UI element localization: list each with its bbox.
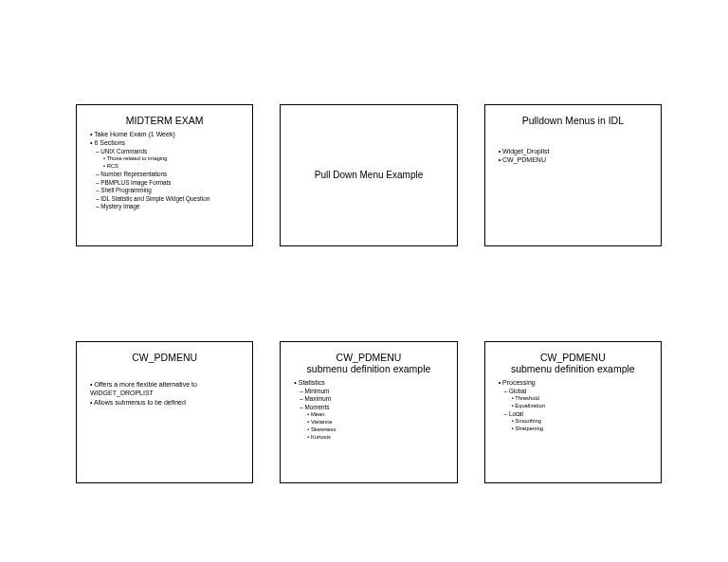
sub-list: Local [495, 410, 651, 419]
bullet: Offers a more flexible alternative to WI… [86, 380, 243, 398]
bullet: Take Home Exam (1 Week) [86, 130, 243, 138]
sub-list: Minimum Maximum Moments [290, 388, 446, 412]
slide-title: CW_PDMENU submenu definition example [495, 352, 651, 374]
slide-pulldown-example: Pull Down Menu Example [280, 104, 457, 246]
bullet-list: Offers a more flexible alternative to WI… [86, 380, 243, 407]
title-line-2: submenu definition example [307, 363, 431, 374]
subsub-bullet: Mean [290, 411, 446, 419]
sub-bullet: Number Representations [86, 171, 243, 179]
bullet: Allows submenus to be defined [86, 398, 243, 407]
subsub-list: Smoothing Sharpening [495, 418, 651, 433]
title-line-2: submenu definition example [511, 363, 635, 374]
slide-title: Pull Down Menu Example [315, 170, 424, 180]
slide-cwpdmenu-submenu-proc: CW_PDMENU submenu definition example Pro… [484, 341, 662, 483]
subsub-list: Mean Variance Skewness Kurtosis [290, 411, 446, 441]
sub-bullet: Maximum [290, 395, 446, 404]
slide-title: MIDTERM EXAM [86, 115, 243, 126]
sub-bullet: IDL Statistic and Simple Widget Question [86, 195, 243, 204]
slide-row-1: MIDTERM EXAM Take Home Exam (1 Week) 6 S… [76, 104, 662, 246]
bullet: CW_PDMENU [495, 155, 651, 164]
subsub-bullet: Kurtosis [290, 434, 446, 442]
sub-bullet: Global [495, 388, 651, 396]
title-line-1: CW_PDMENU [540, 352, 606, 363]
sub-bullet: Mystery Image [86, 203, 243, 211]
subsub-bullet: Variance [290, 419, 446, 426]
spacer [495, 130, 651, 147]
bullet: Widget_Droplist [495, 147, 651, 155]
slide-row-2: CW_PDMENU Offers a more flexible alterna… [76, 341, 662, 483]
title-line-1: CW_PDMENU [337, 352, 402, 363]
sub-bullet: Shell Programming [86, 187, 243, 195]
slide-title: CW_PDMENU submenu definition example [290, 352, 446, 374]
bullet: 6 Sections [86, 138, 243, 147]
subsub-list: Those related to imaging RCS [86, 155, 243, 171]
bullet: Processing [495, 378, 651, 387]
bullet: Statistics [290, 378, 446, 387]
sub-bullet: PBMPLUS Image Formats [86, 179, 243, 188]
subsub-bullet: Those related to imaging [86, 155, 243, 163]
sub-bullet: Minimum [290, 388, 446, 396]
sub-bullet: UNIX Commands [86, 148, 243, 156]
sub-list: Global [495, 388, 651, 396]
slide-title: CW_PDMENU [86, 352, 243, 363]
bullet-list: Statistics [290, 378, 446, 387]
subsub-bullet: Equalization [495, 403, 651, 410]
subsub-list: Threshold Equalization [495, 395, 651, 410]
subsub-bullet: Sharpening [495, 426, 651, 433]
slide-cwpdmenu-submenu-stats: CW_PDMENU submenu definition example Sta… [280, 341, 457, 483]
bullet-list: Processing [495, 378, 651, 387]
handout-page: MIDTERM EXAM Take Home Exam (1 Week) 6 S… [0, 0, 728, 562]
centered-title-wrap: Pull Down Menu Example [290, 113, 446, 238]
subsub-bullet: RCS [86, 163, 243, 171]
sub-list: UNIX Commands [86, 148, 243, 156]
slide-pulldown-idl: Pulldown Menus in IDL Widget_Droplist CW… [484, 104, 662, 246]
spacer [86, 367, 243, 380]
bullet-list: Take Home Exam (1 Week) 6 Sections [86, 130, 243, 148]
slide-cwpdmenu: CW_PDMENU Offers a more flexible alterna… [76, 341, 253, 483]
subsub-bullet: Smoothing [495, 418, 651, 426]
slide-title: Pulldown Menus in IDL [495, 115, 651, 126]
sub-bullet: Local [495, 410, 651, 419]
subsub-bullet: Skewness [290, 426, 446, 434]
bullet-list: Widget_Droplist CW_PDMENU [495, 147, 651, 165]
slide-midterm-exam: MIDTERM EXAM Take Home Exam (1 Week) 6 S… [76, 104, 253, 246]
sub-list: Number Representations PBMPLUS Image For… [86, 171, 243, 211]
subsub-bullet: Threshold [495, 395, 651, 403]
sub-bullet: Moments [290, 404, 446, 412]
